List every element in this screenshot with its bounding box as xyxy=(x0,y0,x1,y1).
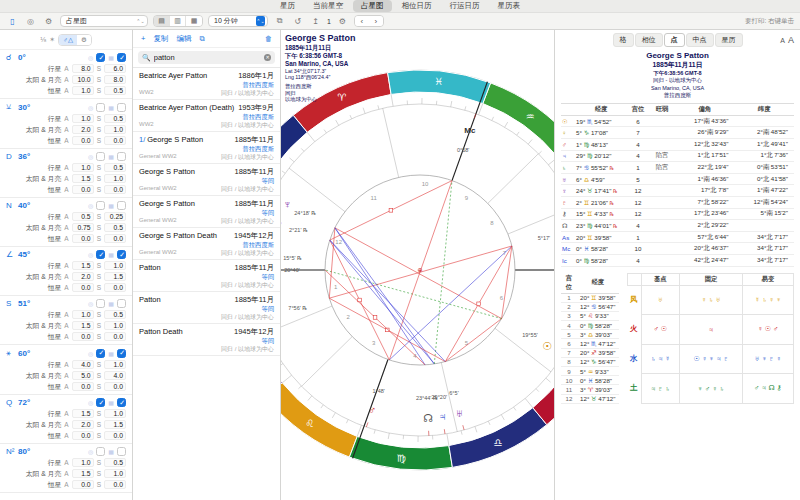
applying-orb-value[interactable]: 0.0 xyxy=(72,431,94,440)
report-tab-点[interactable]: 点 xyxy=(664,33,685,47)
aspect-checkbox-2[interactable] xyxy=(117,299,126,308)
copy-button[interactable]: 复制 xyxy=(153,34,168,44)
view-mode-icon[interactable]: ▤ xyxy=(154,16,170,26)
chart-type-select[interactable]: 占星图 ⌃⌄ xyxy=(60,15,148,27)
list-item[interactable]: George S Patton1885年11月等间General WW2回归 /… xyxy=(133,196,280,228)
settings-tab-icon[interactable]: ⚙ xyxy=(77,35,91,45)
applying-orb-value[interactable]: 0.5 xyxy=(72,212,94,221)
search-input[interactable] xyxy=(154,53,261,62)
applying-orb-value[interactable]: 1.5 xyxy=(72,321,94,330)
applying-orb-value[interactable]: 4.0 xyxy=(72,360,94,369)
separating-orb-value[interactable]: 0.5 xyxy=(104,223,126,232)
separating-orb-value[interactable]: 0.0 xyxy=(104,185,126,194)
list-item[interactable]: Patton1885年11月等间回归 / 以地球为中心 xyxy=(133,260,280,292)
applying-orb-value[interactable]: 0.0 xyxy=(72,185,94,194)
page-gear-icon[interactable]: ⚙ xyxy=(336,16,349,27)
list-item[interactable]: Beatrice Ayer Patton1886年1月普拉西度斯WW2回归 / … xyxy=(133,68,280,100)
aspect-checkbox-2[interactable] xyxy=(117,398,126,407)
separating-orb-value[interactable]: 0.0 xyxy=(104,136,126,145)
aspect-checkbox-1[interactable] xyxy=(96,447,105,456)
font-smaller-button[interactable]: A xyxy=(780,37,785,44)
applying-orb-value[interactable]: 0.0 xyxy=(72,480,94,489)
applying-orb-value[interactable]: 8.0 xyxy=(72,64,94,73)
tab-相位日历[interactable]: 相位日历 xyxy=(394,0,440,12)
applying-orb-value[interactable]: 5.0 xyxy=(72,371,94,380)
separating-orb-value[interactable]: 6.0 xyxy=(104,64,126,73)
aspect-checkbox-2[interactable] xyxy=(117,447,126,456)
gear-icon[interactable]: ⚙ xyxy=(42,16,55,27)
clear-search-icon[interactable]: ✕ xyxy=(264,54,271,61)
add-button[interactable]: + xyxy=(141,34,145,43)
applying-orb-value[interactable]: 0.0 xyxy=(72,283,94,292)
separating-orb-value[interactable]: 0.0 xyxy=(104,480,126,489)
share-icon[interactable]: ↥ xyxy=(309,16,322,27)
link-icon[interactable]: ⧉ xyxy=(199,34,204,44)
tab-当前星空[interactable]: 当前星空 xyxy=(305,0,351,12)
applying-orb-value[interactable]: 0.0 xyxy=(72,136,94,145)
list-item[interactable]: 1/George S Patton1885年11月普拉西度斯General WW… xyxy=(133,132,280,164)
sidebar-toggle-icon[interactable]: ▯ xyxy=(6,16,19,27)
edit-button[interactable]: 编辑 xyxy=(176,34,191,44)
aspects-tab-icon[interactable]: ♂△ xyxy=(59,35,77,45)
font-larger-button[interactable]: A xyxy=(788,35,794,45)
separating-orb-value[interactable]: 0.0 xyxy=(104,431,126,440)
separating-orb-value[interactable]: 0.5 xyxy=(104,458,126,467)
applying-orb-value[interactable]: 0.75 xyxy=(72,223,94,232)
report-tab-相位[interactable]: 相位 xyxy=(635,33,663,47)
aspect-checkbox-1[interactable] xyxy=(96,398,105,407)
report-tab-星历[interactable]: 星历 xyxy=(715,33,743,47)
aspect-checkbox-2[interactable] xyxy=(117,349,126,358)
view-mode-icon[interactable]: ▥ xyxy=(170,16,186,26)
separating-orb-value[interactable]: 1.5 xyxy=(104,420,126,429)
list-item[interactable]: Patton Death1945年12月等间回归 / 以地球为中心 xyxy=(133,324,280,356)
report-tab-中点[interactable]: 中点 xyxy=(686,33,714,47)
view-mode-icon[interactable]: ▦ xyxy=(186,16,202,26)
aspect-checkbox-1[interactable] xyxy=(96,152,105,161)
aspect-checkbox-1[interactable] xyxy=(96,349,105,358)
separating-orb-value[interactable]: 0.5 xyxy=(104,163,126,172)
aspect-checkbox-2[interactable] xyxy=(117,201,126,210)
applying-orb-value[interactable]: 1.0 xyxy=(72,114,94,123)
applying-orb-value[interactable]: 1.5 xyxy=(72,261,94,270)
list-item[interactable]: Beatrice Ayer Patton (Death)1953年9月普拉西度斯… xyxy=(133,100,280,132)
list-item[interactable]: George S Patton1885年11月等间General WW2回归 /… xyxy=(133,164,280,196)
aspect-checkbox-2[interactable] xyxy=(117,152,126,161)
aspect-checkbox-2[interactable] xyxy=(117,53,126,62)
interval-select[interactable]: 10 分钟 ⌃⌄ xyxy=(208,15,268,27)
prev-button[interactable]: ‹ xyxy=(355,16,369,26)
applying-orb-value[interactable]: 1.5 xyxy=(72,409,94,418)
separating-orb-value[interactable]: 0.5 xyxy=(104,86,126,95)
separating-orb-value[interactable]: 1.0 xyxy=(104,174,126,183)
applying-orb-value[interactable]: 1.0 xyxy=(72,86,94,95)
applying-orb-value[interactable]: 1.0 xyxy=(72,310,94,319)
aspect-checkbox-2[interactable] xyxy=(117,103,126,112)
aspect-checkbox-2[interactable] xyxy=(117,250,126,259)
separating-orb-value[interactable]: 1.0 xyxy=(104,409,126,418)
separating-orb-value[interactable]: 0.5 xyxy=(104,114,126,123)
star-icon[interactable]: ✶ xyxy=(49,36,55,44)
link-icon[interactable]: ⧉ xyxy=(273,16,286,27)
applying-orb-value[interactable]: 0.0 xyxy=(72,382,94,391)
separating-orb-value[interactable]: 4.0 xyxy=(104,371,126,380)
trash-icon[interactable]: 🗑 xyxy=(265,35,272,42)
applying-orb-value[interactable]: 1.5 xyxy=(72,469,94,478)
applying-orb-value[interactable]: 0.0 xyxy=(72,332,94,341)
separating-orb-value[interactable]: 1.0 xyxy=(104,469,126,478)
separating-orb-value[interactable]: 1.5 xyxy=(104,272,126,281)
applying-orb-value[interactable]: 1.0 xyxy=(72,163,94,172)
separating-orb-value[interactable]: 8.0 xyxy=(104,75,126,84)
applying-orb-value[interactable]: 1.5 xyxy=(72,174,94,183)
aspect-checkbox-1[interactable] xyxy=(96,53,105,62)
applying-orb-value[interactable]: 0.0 xyxy=(72,234,94,243)
applying-orb-value[interactable]: 2.0 xyxy=(72,420,94,429)
applying-orb-value[interactable]: 10.0 xyxy=(72,75,94,84)
fraction-icon[interactable]: ⅛ xyxy=(40,36,46,43)
list-item[interactable]: George S Patton Death1945年12月普拉西度斯Genera… xyxy=(133,228,280,260)
separating-orb-value[interactable]: 1.0 xyxy=(104,125,126,134)
aspect-checkbox-1[interactable] xyxy=(96,201,105,210)
separating-orb-value[interactable]: 0.5 xyxy=(104,310,126,319)
tab-星历表[interactable]: 星历表 xyxy=(490,0,529,12)
tab-星历[interactable]: 星历 xyxy=(272,0,303,12)
separating-orb-value[interactable]: 1.0 xyxy=(104,261,126,270)
applying-orb-value[interactable]: 2.0 xyxy=(72,125,94,134)
